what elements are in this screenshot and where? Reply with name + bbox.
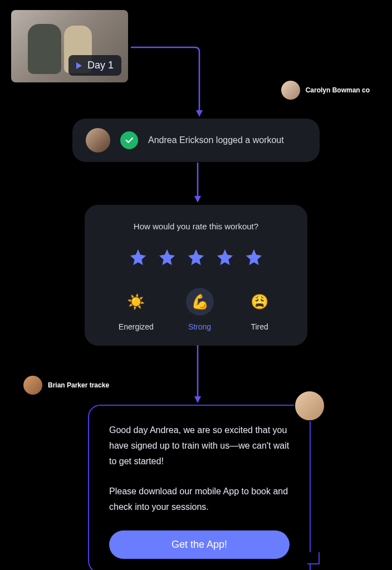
feeling-tired[interactable]: 😩 Tired	[246, 288, 273, 331]
feeling-selector: ☀️ Energized 💪 Strong 😩 Tired	[102, 288, 290, 331]
feeling-label: Energized	[119, 322, 154, 331]
workout-video-thumbnail[interactable]: Day 1	[11, 10, 128, 82]
star-icon[interactable]	[187, 248, 205, 267]
play-icon	[76, 62, 82, 69]
avatar	[23, 376, 42, 395]
flow-arrow-2	[189, 163, 206, 205]
rating-title: How would you rate this workout?	[102, 222, 290, 231]
user-label: Carolyn Bowman co	[306, 86, 370, 94]
feeling-energized[interactable]: ☀️ Energized	[119, 288, 154, 331]
floating-user-carolyn: Carolyn Bowman co	[281, 81, 370, 100]
speech-bubble-tail	[308, 562, 320, 570]
star-icon[interactable]	[215, 248, 234, 267]
star-icon[interactable]	[129, 248, 148, 267]
sun-icon: ☀️	[122, 288, 150, 316]
feeling-label: Tired	[251, 322, 268, 331]
feeling-label: Strong	[188, 322, 211, 331]
floating-user-brian: Brian Parker tracke	[23, 376, 109, 395]
avatar	[281, 81, 300, 100]
logged-text: Andrea Erickson logged a workout	[148, 135, 284, 145]
flow-arrow-1	[128, 33, 239, 120]
star-icon[interactable]	[158, 248, 177, 267]
flex-icon: 💪	[186, 288, 214, 316]
flow-arrow-3	[189, 345, 206, 405]
workout-logged-card: Andrea Erickson logged a workout	[72, 119, 320, 162]
user-label: Brian Parker tracke	[48, 381, 109, 389]
play-day-button[interactable]: Day 1	[68, 55, 121, 76]
message-body: Good day Andrea, we are so excited that …	[109, 422, 290, 515]
check-icon	[120, 131, 138, 149]
message-paragraph: Good day Andrea, we are so excited that …	[109, 422, 290, 469]
coach-avatar	[294, 390, 325, 421]
star-icon[interactable]	[244, 248, 263, 267]
star-rating[interactable]	[102, 248, 290, 267]
message-paragraph: Please download our mobile App to book a…	[109, 484, 290, 515]
get-app-button[interactable]: Get the App!	[109, 530, 290, 559]
svg-marker-2	[194, 396, 201, 403]
avatar	[86, 128, 110, 153]
welcome-message-card: Good day Andrea, we are so excited that …	[88, 405, 311, 570]
svg-marker-0	[196, 110, 203, 117]
day-label: Day 1	[87, 60, 114, 71]
svg-marker-1	[194, 196, 201, 203]
tired-face-icon: 😩	[246, 288, 273, 316]
feeling-strong[interactable]: 💪 Strong	[186, 288, 214, 331]
rating-card: How would you rate this workout? ☀️ Ener…	[85, 205, 307, 346]
